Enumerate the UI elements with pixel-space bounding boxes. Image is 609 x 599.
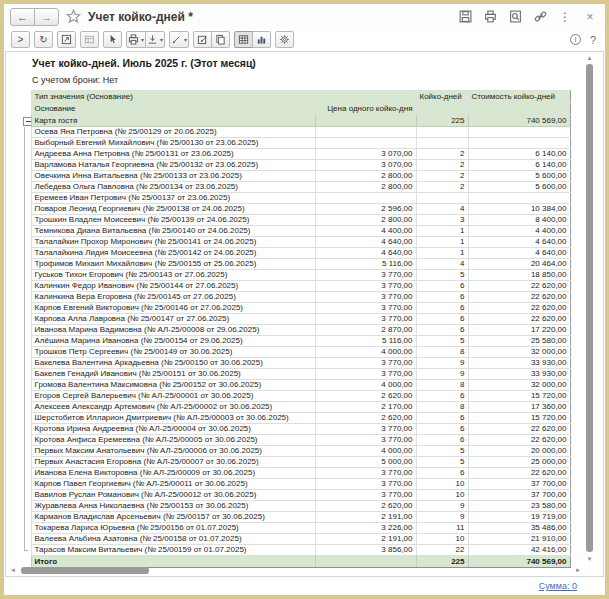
row-price[interactable]: 4 400,00 xyxy=(315,226,416,237)
row-cost[interactable]: 22 620,00 xyxy=(468,468,570,479)
row-price[interactable]: 3 770,00 xyxy=(315,292,416,303)
row-days[interactable]: 10 xyxy=(416,479,468,490)
row-cost[interactable]: 21 910,00 xyxy=(468,534,570,545)
row-basis[interactable]: Поваров Леонид Георгиевич (№ 25/00138 от… xyxy=(31,204,315,215)
row-price[interactable]: 4 640,00 xyxy=(315,248,416,259)
row-basis[interactable]: Гуськов Тихон Егорович (№ 25/00143 от 27… xyxy=(31,270,315,281)
row-days[interactable]: 1 xyxy=(416,226,468,237)
scroll-down-icon[interactable]: ▼ xyxy=(585,555,594,563)
row-price[interactable]: 2 596,00 xyxy=(315,204,416,215)
row-days[interactable]: 5 xyxy=(416,336,468,347)
row-basis[interactable]: Бакелев Генадий Иванович (№ 25/00151 от … xyxy=(31,369,315,380)
vertical-scrollbar[interactable]: ▲ ▼ xyxy=(585,54,594,563)
row-days[interactable]: 3 xyxy=(416,215,468,226)
row-price[interactable] xyxy=(315,193,416,204)
row-basis[interactable]: Талалайкина Лидия Моисеевна (№ 25/00142 … xyxy=(31,248,315,259)
row-price[interactable]: 5 000,00 xyxy=(315,457,416,468)
row-cost[interactable]: 42 416,00 xyxy=(468,545,570,556)
row-price[interactable]: 2 620,00 xyxy=(315,391,416,402)
row-days[interactable]: 2 xyxy=(416,182,468,193)
row-cost[interactable]: 32 000,00 xyxy=(468,380,570,391)
row-basis[interactable]: Журавлева Анна Николаевна (№ 25/00153 от… xyxy=(31,501,315,512)
horizontal-scrollbar[interactable]: ◄ ► xyxy=(9,566,582,575)
help-button[interactable]: ? xyxy=(590,34,596,46)
row-days[interactable]: 6 xyxy=(416,435,468,446)
col-header-basis[interactable]: Основание xyxy=(31,103,315,115)
print-button[interactable] xyxy=(483,10,497,24)
row-days[interactable]: 9 xyxy=(416,501,468,512)
row-price[interactable]: 2 800,00 xyxy=(315,215,416,226)
row-cost[interactable]: 6 140,00 xyxy=(468,160,570,171)
row-price[interactable]: 3 070,00 xyxy=(315,149,416,160)
row-cost[interactable]: 37 700,00 xyxy=(468,490,570,501)
row-basis[interactable]: Токарева Лариса Юрьевна (№ 25/00156 от 0… xyxy=(31,523,315,534)
row-price[interactable]: 3 226,00 xyxy=(315,523,416,534)
row-basis[interactable]: Шерстобитов Илларион Дмитриевич (№ АЛ-25… xyxy=(31,413,315,424)
row-basis[interactable]: Егоров Сергей Валерьевич (№ АЛ-25/00001 … xyxy=(31,391,315,402)
row-price[interactable]: 2 191,00 xyxy=(315,534,416,545)
settings-button[interactable] xyxy=(275,31,294,48)
row-basis[interactable]: Иванова Елена Викторовна (№ АЛ-25/00009 … xyxy=(31,468,315,479)
copy-button[interactable] xyxy=(211,31,230,48)
row-days[interactable]: 2 xyxy=(416,171,468,182)
row-price[interactable]: 2 620,00 xyxy=(315,501,416,512)
scroll-left-icon[interactable]: ◄ xyxy=(9,566,17,575)
row-days[interactable]: 9 xyxy=(416,358,468,369)
more-menu-button[interactable]: ⋮ xyxy=(558,10,572,24)
row-days[interactable]: 22 xyxy=(416,545,468,556)
row-basis[interactable]: Калинкин Федор Иванович (№ 25/00144 от 2… xyxy=(31,281,315,292)
collapse-group-button[interactable] xyxy=(23,117,31,126)
row-cost[interactable]: 17 220,00 xyxy=(468,325,570,336)
row-cost[interactable] xyxy=(468,127,570,138)
chart-view-button[interactable] xyxy=(252,31,271,48)
row-basis[interactable]: Иванова Марина Вадимовна (№ АЛ-25/00008 … xyxy=(31,325,315,336)
row-cost[interactable]: 37 700,00 xyxy=(468,479,570,490)
row-basis[interactable]: Карпов Павел Георгиевич (№ АЛ-25/00011 о… xyxy=(31,479,315,490)
row-price[interactable]: 3 770,00 xyxy=(315,358,416,369)
scroll-right-icon[interactable]: ► xyxy=(574,566,582,575)
row-days[interactable]: 5 xyxy=(416,457,468,468)
row-cost[interactable] xyxy=(468,193,570,204)
row-cost[interactable]: 22 620,00 xyxy=(468,292,570,303)
row-price[interactable]: 3 770,00 xyxy=(315,369,416,380)
row-price[interactable]: 2 620,00 xyxy=(315,413,416,424)
row-cost[interactable]: 15 720,00 xyxy=(468,391,570,402)
row-price[interactable]: 2 870,00 xyxy=(315,325,416,336)
row-cost[interactable]: 33 930,00 xyxy=(468,358,570,369)
row-basis[interactable]: Еремеев Иван Петрович (№ 25/00137 от 23.… xyxy=(31,193,315,204)
row-days[interactable]: 2 xyxy=(416,149,468,160)
forward-button[interactable]: → xyxy=(34,8,59,26)
row-days[interactable]: 1 xyxy=(416,248,468,259)
row-cost[interactable]: 6 140,00 xyxy=(468,149,570,160)
row-cost[interactable]: 19 719,00 xyxy=(468,512,570,523)
row-days[interactable]: 6 xyxy=(416,468,468,479)
row-price[interactable]: 5 116,00 xyxy=(315,336,416,347)
row-basis[interactable]: Первых Максим Анатольевич (№ АЛ-25/00006… xyxy=(31,446,315,457)
row-days[interactable]: 1 xyxy=(416,237,468,248)
row-price[interactable]: 4 000,00 xyxy=(315,347,416,358)
refresh-button[interactable]: ↻ xyxy=(34,31,53,48)
horizontal-scroll-thumb[interactable] xyxy=(21,567,149,574)
edit-button[interactable] xyxy=(193,31,212,48)
row-basis[interactable]: Кротова Ирина Андреевна (№ АЛ-25/00004 о… xyxy=(31,424,315,435)
row-basis[interactable]: Вавилов Руслан Романович (№ АЛ-25/00012 … xyxy=(31,490,315,501)
select-mode-button[interactable] xyxy=(103,31,122,48)
row-price[interactable]: 3 770,00 xyxy=(315,270,416,281)
row-days[interactable] xyxy=(416,138,468,149)
save-button[interactable] xyxy=(458,10,472,24)
row-price[interactable]: 2 800,00 xyxy=(315,182,416,193)
save-file-dropdown-button[interactable]: ▾ xyxy=(145,31,165,48)
row-price[interactable]: 2 170,00 xyxy=(315,402,416,413)
row-cost[interactable]: 4 400,00 xyxy=(468,226,570,237)
row-cost[interactable]: 22 620,00 xyxy=(468,435,570,446)
row-price[interactable]: 3 770,00 xyxy=(315,468,416,479)
row-days[interactable]: 2 xyxy=(416,160,468,171)
row-basis[interactable]: Бакелева Валентина Аркадьевна (№ 25/0015… xyxy=(31,358,315,369)
row-price[interactable] xyxy=(315,127,416,138)
row-days[interactable]: 5 xyxy=(416,270,468,281)
row-price[interactable]: 4 640,00 xyxy=(315,237,416,248)
row-days[interactable]: 9 xyxy=(416,512,468,523)
row-cost[interactable]: 4 640,00 xyxy=(468,237,570,248)
row-basis[interactable]: Тарасов Максим Витальевич (№ 25/00159 от… xyxy=(31,545,315,556)
row-price[interactable]: 5 116,00 xyxy=(315,259,416,270)
